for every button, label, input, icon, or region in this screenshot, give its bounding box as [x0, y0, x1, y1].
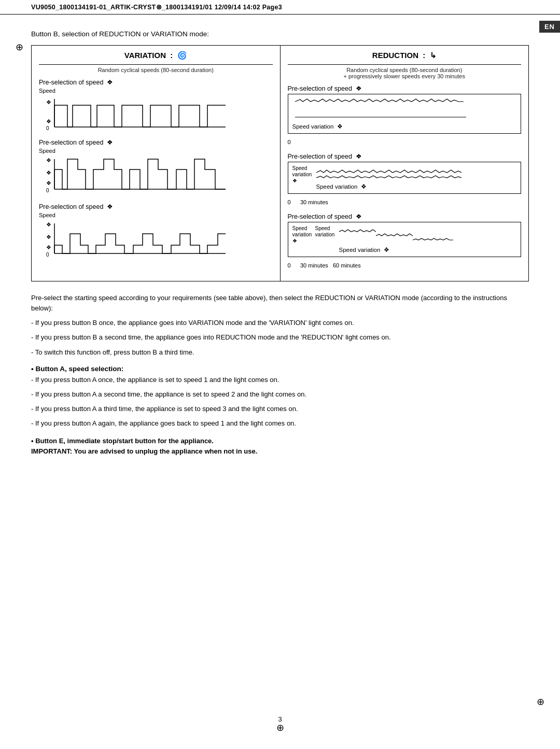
svg-text:0: 0	[46, 188, 49, 193]
diagram-table: VARIATION : 🌀 Random cyclical speeds (80…	[31, 45, 529, 281]
red-pre-label-1: Pre-selection of speed ❖	[288, 84, 522, 92]
red-sv-side-label-3a: Speedvariation❖	[292, 225, 314, 244]
reduction-block-2: Speedvariation❖ Speed variation ❖	[288, 162, 522, 194]
red-zero-2: 0 30 minutes	[288, 199, 522, 205]
svg-text:0: 0	[46, 252, 49, 258]
page-number: 3	[0, 715, 560, 723]
reduction-section-2: Pre-selection of speed ❖ Speedvariation❖	[288, 152, 522, 205]
svg-text:❖: ❖	[46, 169, 51, 176]
variation-diagram-2: ❖ ❖ ❖ 0	[39, 155, 231, 195]
variation-column: VARIATION : 🌀 Random cyclical speeds (80…	[32, 46, 281, 281]
button-a-line-3: - If you press button A a third time, th…	[31, 404, 529, 414]
red-pre-label-3: Pre-selection of speed ❖	[288, 213, 522, 220]
variation-section-3: Pre-selection of speed ❖ Speed ❖ ❖ ❖ 0	[39, 203, 273, 260]
red-sv-side-label-3b: Speedvariation	[315, 225, 337, 238]
svg-text:❖: ❖	[46, 234, 51, 240]
header-bar: VU9050_1800134191-01_ARTIK-CRYST⊗_180013…	[0, 0, 560, 15]
content-area: Button B, selection of REDUCTION or VARI…	[0, 15, 560, 485]
header-title: VU9050_1800134191-01_ARTIK-CRYST⊗_180013…	[31, 3, 282, 11]
var-speed-label-3: Speed	[39, 212, 273, 218]
red-sv-label-3: Speed variation ❖	[339, 246, 517, 253]
button-a-line-2: - If you press button A a second time, t…	[31, 389, 529, 400]
reduction-block-1: Speed variation ❖	[288, 94, 522, 134]
reduction-sub: Random cyclical speeds (80-second durati…	[288, 67, 522, 79]
reduction-block-3: Speedvariation❖ Speedvariation	[288, 222, 522, 257]
page-container: VU9050_1800134191-01_ARTIK-CRYST⊗_180013…	[0, 0, 560, 749]
variation-section-1: Pre-selection of speed ❖ Speed ❖ ❖ 0	[39, 78, 273, 131]
variation-diagram-1: ❖ ❖ 0	[39, 95, 231, 131]
body-para-3: - If you press button B a second time, t…	[31, 332, 529, 343]
reduction-diagram-3	[339, 225, 453, 244]
intro-paragraph: Pre-select the starting speed according …	[31, 293, 529, 358]
reduction-diagram-2a	[316, 165, 461, 181]
button-a-line-4: - If you press button A again, the appli…	[31, 418, 529, 429]
button-e-important: IMPORTANT: You are advised to unplug the…	[31, 446, 529, 457]
red-sv-label-2: Speed variation ❖	[316, 183, 517, 190]
reduction-column: REDUCTION : ↳ Random cyclical speeds (80…	[280, 46, 529, 281]
var-pre-label-1: Pre-selection of speed ❖	[39, 78, 273, 86]
var-pre-label-3: Pre-selection of speed ❖	[39, 203, 273, 210]
svg-text:❖: ❖	[46, 244, 51, 250]
red-diagram-area-2: Speed variation ❖	[316, 165, 517, 190]
svg-text:❖: ❖	[46, 118, 51, 124]
reduction-header: REDUCTION : ↳	[288, 51, 522, 65]
red-pre-label-2: Pre-selection of speed ❖	[288, 152, 522, 160]
corner-mark-br: ⊕	[537, 696, 544, 708]
variation-section-2: Pre-selection of speed ❖ Speed ❖ ❖ ❖ 0	[39, 138, 273, 195]
button-a-section: • Button A, speed selection: - If you pr…	[31, 365, 529, 429]
variation-header: VARIATION : 🌀	[39, 51, 273, 65]
button-a-header: • Button A, speed selection:	[31, 365, 529, 373]
red-sv-side-label-2: Speedvariation❖	[292, 165, 314, 184]
body-para-2: - If you press button B once, the applia…	[31, 318, 529, 328]
svg-text:0: 0	[46, 125, 49, 131]
red-sv-label-1: Speed variation ❖	[292, 123, 517, 130]
svg-text:❖: ❖	[46, 157, 51, 163]
var-pre-label-2: Pre-selection of speed ❖	[39, 138, 273, 146]
svg-text:❖: ❖	[46, 221, 51, 228]
reduction-diagram-1	[292, 97, 469, 121]
button-e-section: • Button E, immediate stop/start button …	[31, 436, 529, 457]
red-zero-3: 0 30 minutes 60 minutes	[288, 262, 522, 268]
button-a-line-1: - If you press button A once, the applia…	[31, 375, 529, 385]
svg-text:❖: ❖	[46, 180, 51, 186]
button-e-header: • Button E, immediate stop/start button …	[31, 436, 529, 446]
variation-sub: Random cyclical speeds (80-second durati…	[39, 67, 273, 73]
var-speed-label-2: Speed	[39, 148, 273, 154]
button-b-label: Button B, selection of REDUCTION or VARI…	[31, 30, 529, 38]
svg-text:❖: ❖	[46, 99, 51, 105]
var-speed-label-1: Speed	[39, 88, 273, 94]
body-para-1: Pre-select the starting speed according …	[31, 293, 529, 314]
red-diagram-area-3: Speed variation ❖	[339, 225, 517, 253]
body-para-4: - To switch this function off, press but…	[31, 347, 529, 358]
corner-mark-bottom: ⊕	[276, 722, 284, 733]
red-zero-1: 0	[288, 139, 522, 145]
variation-diagram-3: ❖ ❖ ❖ 0	[39, 219, 231, 260]
reduction-section-1: Pre-selection of speed ❖ Speed variation…	[288, 84, 522, 145]
reduction-section-3: Pre-selection of speed ❖ Speedvariation❖…	[288, 213, 522, 268]
